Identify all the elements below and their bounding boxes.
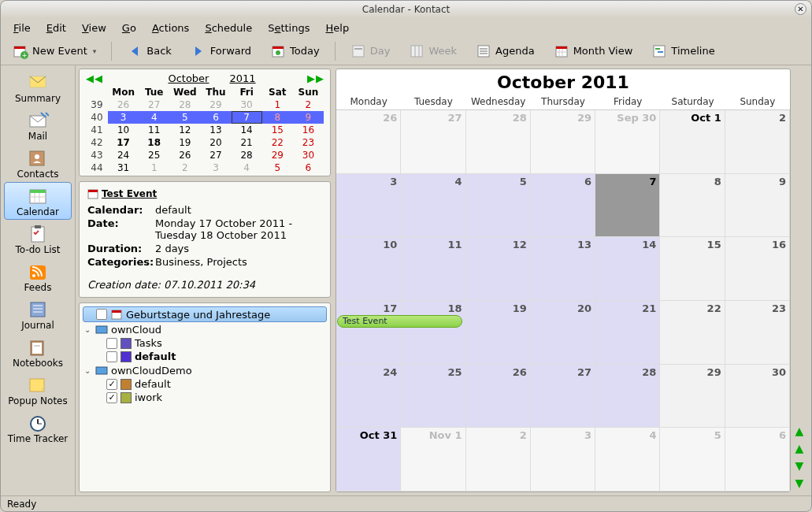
month-event[interactable]: Test Event bbox=[337, 315, 462, 328]
mini-day-cell[interactable]: 25 bbox=[139, 149, 169, 161]
mini-day-cell[interactable]: 12 bbox=[169, 124, 200, 136]
mini-day-cell[interactable]: 27 bbox=[200, 149, 231, 161]
month-day-cell[interactable]: 17Test Event bbox=[336, 301, 401, 365]
month-day-cell[interactable]: 8 bbox=[660, 174, 725, 238]
month-day-cell[interactable]: Oct 1 bbox=[660, 110, 725, 174]
mini-day-cell[interactable]: 11 bbox=[139, 124, 169, 136]
month-day-cell[interactable]: 27 bbox=[531, 365, 595, 429]
month-day-cell[interactable]: 26 bbox=[466, 365, 531, 429]
next-month-icon[interactable]: ▶ bbox=[307, 72, 315, 84]
sidebar-item-mail[interactable]: Mail bbox=[4, 106, 72, 144]
month-day-cell[interactable]: Nov 1 bbox=[401, 428, 465, 492]
mini-day-cell[interactable]: 10 bbox=[108, 124, 139, 136]
sidebar-item-notebooks[interactable]: Notebooks bbox=[4, 333, 72, 371]
month-day-cell[interactable]: 18 bbox=[401, 301, 465, 365]
mini-day-cell[interactable]: 28 bbox=[232, 149, 262, 161]
month-day-cell[interactable]: 30 bbox=[725, 365, 790, 429]
nav-up-double-icon[interactable]: ▲ bbox=[795, 425, 804, 437]
month-day-cell[interactable]: 5 bbox=[660, 428, 725, 492]
tree-item-ownclouddemo[interactable]: ⌄ ownCloudDemo bbox=[83, 363, 327, 377]
checkbox[interactable] bbox=[96, 309, 107, 320]
mini-day-cell[interactable]: 27 bbox=[139, 98, 169, 111]
mini-day-cell[interactable]: 14 bbox=[232, 124, 262, 136]
mini-day-cell[interactable]: 5 bbox=[169, 111, 200, 124]
month-day-cell[interactable]: 19 bbox=[466, 301, 531, 365]
mini-day-cell[interactable]: 8 bbox=[262, 111, 293, 124]
month-day-cell[interactable]: 6 bbox=[531, 174, 595, 238]
forward-button[interactable]: Forward bbox=[184, 40, 258, 62]
week-number[interactable]: 42 bbox=[86, 136, 108, 149]
month-day-cell[interactable]: 7 bbox=[595, 174, 660, 238]
tree-item-iwork[interactable]: ✓ iwork bbox=[83, 391, 327, 404]
month-day-cell[interactable]: 13 bbox=[531, 237, 595, 301]
mini-day-cell[interactable]: 24 bbox=[108, 149, 139, 161]
month-day-cell[interactable]: 4 bbox=[401, 174, 465, 238]
mini-year-label[interactable]: 2011 bbox=[229, 72, 255, 84]
mini-day-cell[interactable]: 26 bbox=[169, 149, 200, 161]
tree-item-tasks[interactable]: Tasks bbox=[83, 336, 327, 350]
mini-month-label[interactable]: October bbox=[154, 72, 223, 84]
menu-schedule[interactable]: Schedule bbox=[198, 20, 258, 35]
mini-day-cell[interactable]: 6 bbox=[293, 161, 324, 174]
month-day-cell[interactable]: 24 bbox=[336, 365, 401, 429]
month-day-cell[interactable]: 26 bbox=[336, 110, 401, 174]
mini-day-cell[interactable]: 2 bbox=[169, 161, 200, 174]
nav-up-icon[interactable]: ▲ bbox=[795, 442, 804, 454]
menu-view[interactable]: View bbox=[76, 20, 113, 35]
today-button[interactable]: Today bbox=[263, 40, 327, 62]
month-day-cell[interactable]: 16 bbox=[725, 237, 790, 301]
prev-year-icon[interactable]: ◀ bbox=[86, 72, 94, 84]
month-day-cell[interactable]: 10 bbox=[336, 237, 401, 301]
checkbox[interactable] bbox=[106, 351, 117, 362]
back-button[interactable]: Back bbox=[120, 40, 179, 62]
tree-item-demo-default[interactable]: ✓ default bbox=[83, 377, 327, 391]
mini-day-cell[interactable]: 23 bbox=[293, 136, 324, 149]
checkbox[interactable]: ✓ bbox=[106, 379, 117, 390]
expand-icon[interactable]: ⌄ bbox=[84, 366, 92, 375]
mini-day-cell[interactable]: 26 bbox=[108, 98, 139, 111]
month-day-cell[interactable]: 12 bbox=[466, 237, 531, 301]
month-day-cell[interactable]: 28 bbox=[466, 110, 531, 174]
nav-down-icon[interactable]: ▼ bbox=[795, 459, 804, 472]
mini-day-cell[interactable]: 19 bbox=[169, 136, 200, 149]
mini-day-cell[interactable]: 13 bbox=[200, 124, 231, 136]
menu-help[interactable]: Help bbox=[319, 20, 355, 35]
month-day-cell[interactable]: 29 bbox=[660, 365, 725, 429]
menu-edit[interactable]: Edit bbox=[40, 20, 72, 35]
month-day-cell[interactable]: 6 bbox=[725, 428, 790, 492]
prev-month-icon[interactable]: ◀ bbox=[95, 72, 102, 84]
checkbox[interactable]: ✓ bbox=[106, 392, 117, 403]
mini-day-cell[interactable]: 7 bbox=[232, 111, 262, 124]
week-number[interactable]: 39 bbox=[86, 98, 108, 111]
week-button[interactable]: Week bbox=[402, 40, 464, 62]
month-day-cell[interactable]: 4 bbox=[595, 428, 660, 492]
sidebar-item-contacts[interactable]: Contacts bbox=[4, 144, 72, 182]
mini-day-cell[interactable]: 4 bbox=[232, 161, 262, 174]
month-day-cell[interactable]: 28 bbox=[595, 365, 660, 429]
timeline-button[interactable]: Timeline bbox=[644, 40, 721, 62]
mini-day-cell[interactable]: 2 bbox=[293, 98, 324, 111]
month-day-cell[interactable]: 22 bbox=[660, 301, 725, 365]
nav-down-double-icon[interactable]: ▼ bbox=[795, 477, 804, 489]
checkbox[interactable] bbox=[106, 338, 117, 349]
month-day-cell[interactable]: 5 bbox=[466, 174, 531, 238]
month-day-cell[interactable]: Sep 30 bbox=[595, 110, 660, 174]
week-number[interactable]: 44 bbox=[86, 161, 108, 174]
mini-day-cell[interactable]: 30 bbox=[232, 98, 262, 111]
week-number[interactable]: 40 bbox=[86, 111, 108, 124]
week-number[interactable]: 41 bbox=[86, 124, 108, 136]
mini-day-cell[interactable]: 1 bbox=[139, 161, 169, 174]
month-day-cell[interactable]: Oct 31 bbox=[336, 428, 401, 492]
expand-icon[interactable]: ⌄ bbox=[84, 325, 92, 334]
month-day-cell[interactable]: 25 bbox=[401, 365, 465, 429]
mini-day-cell[interactable]: 21 bbox=[232, 136, 262, 149]
mini-day-cell[interactable]: 29 bbox=[200, 98, 231, 111]
sidebar-item-popup[interactable]: Popup Notes bbox=[4, 371, 72, 409]
mini-day-cell[interactable]: 9 bbox=[293, 111, 324, 124]
day-button[interactable]: Day bbox=[343, 40, 398, 62]
month-day-cell[interactable]: 15 bbox=[660, 237, 725, 301]
tree-item-default[interactable]: default bbox=[83, 350, 327, 363]
menu-actions[interactable]: Actions bbox=[146, 20, 196, 35]
month-day-cell[interactable]: 2 bbox=[466, 428, 531, 492]
mini-day-cell[interactable]: 5 bbox=[262, 161, 293, 174]
